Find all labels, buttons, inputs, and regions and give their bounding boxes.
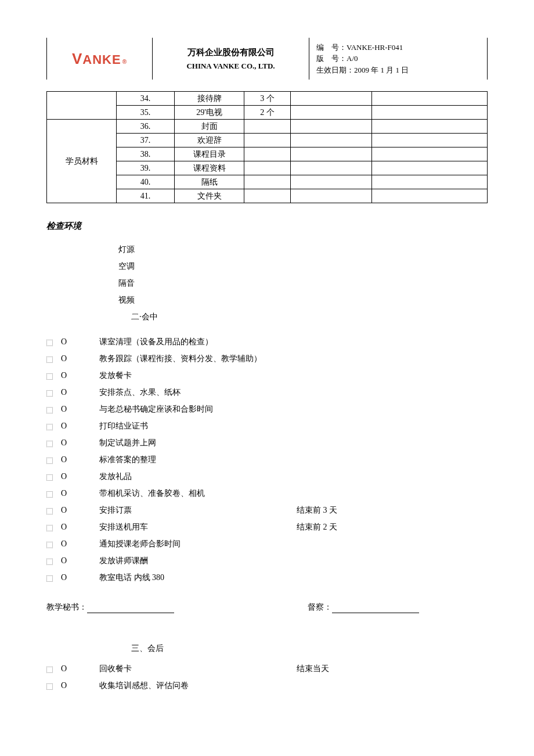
signature-line[interactable]: [332, 605, 419, 613]
marker-o: O: [61, 679, 70, 692]
env-item: 隔音: [118, 277, 488, 289]
num-cell: 35.: [117, 106, 175, 120]
check-note: 结束前 3 天: [297, 504, 337, 516]
checkbox-icon[interactable]: [46, 559, 53, 565]
marker-o: O: [61, 352, 70, 365]
check-text: 收集培训感想、评估问卷: [99, 679, 297, 692]
category-cell: 学员材料: [47, 120, 117, 203]
blank-cell: [372, 106, 488, 120]
blank-cell: [291, 106, 372, 120]
doc-number: 编 号：VANKE-HR-F041: [316, 42, 487, 53]
marker-o: O: [61, 386, 70, 398]
blank-cell: [291, 161, 372, 175]
marker-o: O: [61, 470, 70, 483]
item-cell: 29'电视: [175, 106, 244, 120]
num-cell: 36.: [117, 120, 175, 134]
check-text: 课室清理（设备及用品的检查）: [99, 336, 297, 348]
check-text: 发放餐卡: [99, 369, 297, 381]
checkbox-icon[interactable]: [46, 357, 53, 363]
qty-cell: 3 个: [244, 92, 291, 106]
qty-cell: [244, 161, 291, 175]
check-text: 发放讲师课酬: [99, 555, 297, 567]
signature-line[interactable]: [87, 605, 174, 613]
marker-o: O: [61, 538, 70, 550]
checkbox-icon[interactable]: [46, 390, 53, 397]
blank-cell: [372, 92, 488, 106]
blank-cell: [372, 147, 488, 161]
item-cell: 文件夹: [175, 189, 244, 203]
checkbox-icon[interactable]: [46, 474, 53, 481]
checkbox-icon[interactable]: [46, 458, 53, 464]
section-3-heading: 三、会后: [131, 642, 488, 654]
marker-o: O: [61, 571, 70, 584]
check-text: 与老总秘书确定座谈和合影时间: [99, 403, 297, 415]
checkbox-icon[interactable]: [46, 575, 53, 582]
sign-label: 督察：: [308, 603, 332, 611]
logo-cell: VANKE®: [47, 38, 153, 80]
blank-cell: [291, 134, 372, 147]
check-row: O带相机采访、准备胶卷、相机: [46, 487, 488, 499]
num-cell: 37.: [117, 134, 175, 147]
blank-cell: [372, 120, 488, 134]
checkbox-icon[interactable]: [46, 340, 53, 346]
item-cell: 欢迎辞: [175, 134, 244, 147]
doc-meta-cell: 编 号：VANKE-HR-F041 版 号：A/0 生效日期：2009 年 1 …: [309, 38, 487, 80]
num-cell: 39.: [117, 161, 175, 175]
qty-cell: 2 个: [244, 106, 291, 120]
marker-o: O: [61, 336, 70, 348]
qty-cell: [244, 189, 291, 203]
qty-cell: [244, 134, 291, 147]
item-cell: 课程资料: [175, 161, 244, 175]
item-cell: 接待牌: [175, 92, 244, 106]
check-note: 结束当天: [297, 663, 329, 675]
checkbox-icon[interactable]: [46, 491, 53, 498]
check-text: 教室电话 内线 380: [99, 571, 297, 584]
marker-o: O: [61, 521, 70, 533]
qty-cell: [244, 147, 291, 161]
table-row: 学员材料 36. 封面: [47, 120, 488, 134]
check-row: O教室电话 内线 380: [46, 571, 488, 584]
marker-o: O: [61, 420, 70, 432]
checkbox-icon[interactable]: [46, 542, 53, 548]
marker-o: O: [61, 555, 70, 567]
check-note: 结束前 2 天: [297, 521, 337, 533]
blank-cell: [372, 134, 488, 147]
num-cell: 38.: [117, 147, 175, 161]
table-row: 34. 接待牌 3 个: [47, 92, 488, 106]
company-name-cn: 万科企业股份有限公司: [187, 46, 275, 59]
checkbox-icon[interactable]: [46, 683, 53, 690]
section-check-environment: 检查环境: [46, 219, 488, 233]
blank-cell: [372, 161, 488, 175]
check-row: O打印结业证书: [46, 420, 488, 432]
num-cell: 41.: [117, 189, 175, 203]
checkbox-icon[interactable]: [46, 667, 53, 673]
checkbox-icon[interactable]: [46, 424, 53, 430]
check-row: O标准答案的整理: [46, 453, 488, 466]
checkbox-icon[interactable]: [46, 508, 53, 514]
marker-o: O: [61, 369, 70, 381]
check-row: O教务跟踪（课程衔接、资料分发、教学辅助）: [46, 352, 488, 365]
check-text: 教务跟踪（课程衔接、资料分发、教学辅助）: [99, 352, 297, 365]
blank-cell: [372, 175, 488, 189]
checklist-after: O回收餐卡结束当天O收集培训感想、评估问卷: [46, 663, 488, 692]
signature-row: 教学秘书： 督察：: [46, 601, 488, 613]
check-row: O安排订票结束前 3 天: [46, 504, 488, 516]
sign-supervisor: 督察：: [308, 601, 419, 613]
checkbox-icon[interactable]: [46, 407, 53, 413]
check-text: 标准答案的整理: [99, 453, 297, 466]
check-text: 发放礼品: [99, 470, 297, 483]
environment-list: 灯源 空调 隔音 视频: [118, 243, 488, 306]
sign-label: 教学秘书：: [46, 603, 87, 611]
item-cell: 课程目录: [175, 147, 244, 161]
checkbox-icon[interactable]: [46, 373, 53, 380]
check-text: 安排茶点、水果、纸杯: [99, 386, 297, 398]
check-text: 打印结业证书: [99, 420, 297, 432]
checkbox-icon[interactable]: [46, 441, 53, 447]
checkbox-icon[interactable]: [46, 525, 53, 531]
marker-o: O: [61, 504, 70, 516]
vanke-logo: VANKE®: [72, 48, 127, 70]
blank-cell: [291, 92, 372, 106]
document-header: VANKE® 万科企业股份有限公司 CHINA VANKE CO., LTD. …: [46, 38, 488, 80]
env-item: 空调: [118, 260, 488, 272]
qty-cell: [244, 120, 291, 134]
